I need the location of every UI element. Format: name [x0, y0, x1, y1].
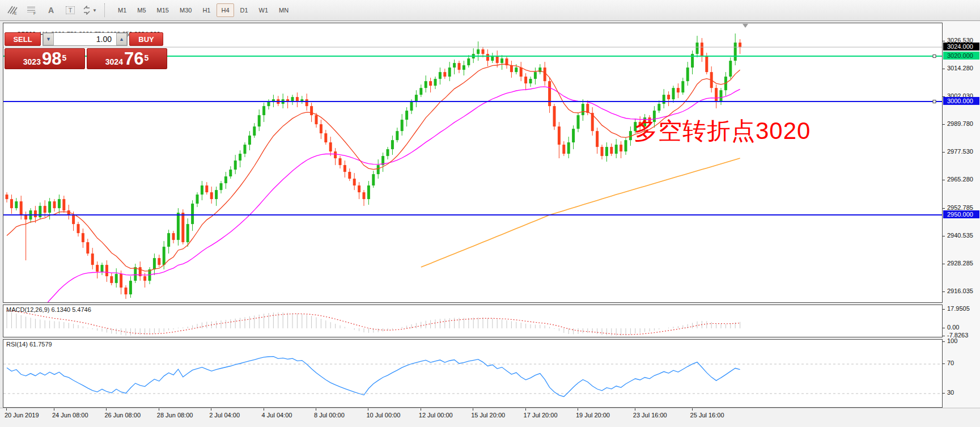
- svg-text:F: F: [33, 11, 36, 15]
- time-axis-label: 25 Jul 16:00: [690, 412, 724, 418]
- arrows-style-icon[interactable]: ▼: [80, 2, 99, 18]
- time-axis-label: 24 Jun 08:00: [52, 412, 88, 418]
- macd-axis-label: 0.00: [947, 324, 959, 331]
- price-badge: 3024.000: [943, 43, 979, 50]
- text-box-icon[interactable]: T: [61, 2, 79, 18]
- timeframe-button-d1[interactable]: D1: [236, 3, 253, 17]
- axis-tick: [525, 408, 526, 411]
- axis-tick: [54, 408, 54, 411]
- axis-tick: [943, 236, 945, 236]
- axis-tick: [943, 124, 945, 125]
- axis-tick: [6, 408, 7, 411]
- price-axis-label: 2928.285: [947, 260, 973, 267]
- rsi-axis-label: 100: [947, 337, 957, 344]
- axis-tick: [943, 363, 945, 364]
- buy-button[interactable]: BUY: [129, 32, 163, 46]
- timeframe-button-h4[interactable]: H4: [217, 3, 234, 17]
- volume-input[interactable]: [54, 33, 116, 45]
- axis-tick: [943, 152, 945, 153]
- price-axis-label: 2965.280: [947, 176, 973, 183]
- rsi-canvas[interactable]: [3, 340, 942, 407]
- price-axis-label: 2989.780: [947, 120, 973, 127]
- price-axis-label: 2977.530: [947, 148, 973, 155]
- bid-big-figure: 3023: [23, 56, 41, 67]
- time-axis-label: 23 Jul 16:00: [633, 412, 667, 418]
- svg-text:E: E: [14, 11, 17, 15]
- bid-quote-box[interactable]: 3023985: [5, 48, 85, 69]
- rsi-indicator-pane[interactable]: RSI(14) 61.7579: [3, 339, 943, 408]
- macd-canvas[interactable]: [3, 305, 942, 337]
- boxed-t-icon: T: [66, 6, 75, 14]
- axis-tick: [635, 408, 635, 411]
- text-label-icon[interactable]: A: [42, 2, 60, 18]
- timeframe-button-m30[interactable]: M30: [175, 3, 196, 17]
- ask-big-figure: 3024: [105, 56, 123, 67]
- macd-axis-label: 17.9505: [947, 305, 970, 312]
- axis-tick: [943, 208, 945, 209]
- axis-tick: [368, 408, 368, 411]
- toolbar: E F A T ▼ M1M5M15M30H1H4D1W1MN: [0, 0, 980, 21]
- axis-tick: [943, 328, 945, 328]
- axis-tick: [943, 180, 945, 180]
- rsi-label: RSI(14) 61.7579: [6, 341, 52, 348]
- volume-stepper: ▼ ▲: [43, 32, 128, 46]
- timeframe-button-w1[interactable]: W1: [254, 3, 273, 17]
- grid-icon[interactable]: F: [23, 2, 41, 18]
- axis-tick: [692, 408, 693, 411]
- axis-tick: [943, 291, 945, 292]
- macd-label: MACD(12,26,9) 6.1340 5.4746: [6, 306, 91, 313]
- price-badge: 3020.000: [943, 52, 979, 60]
- axis-tick: [578, 408, 578, 411]
- bid-pips: 98: [42, 50, 61, 67]
- axis-tick: [159, 408, 159, 411]
- price-axis-label: 3014.280: [947, 65, 973, 71]
- hatch-icon: E: [7, 5, 18, 15]
- chart-text-annotation[interactable]: 多空转折点3020: [634, 115, 811, 147]
- timeframe-button-m5[interactable]: M5: [133, 3, 150, 17]
- timeframe-button-mn[interactable]: MN: [274, 3, 293, 17]
- rsi-axis-label: 70: [947, 360, 954, 366]
- time-axis-label: 2 Jul 04:00: [209, 412, 240, 418]
- axis-tick: [473, 408, 473, 411]
- sell-button[interactable]: SELL: [5, 32, 41, 46]
- arrows-icon: [82, 6, 91, 15]
- axis-tick: [211, 408, 211, 411]
- price-axis[interactable]: 3026.5303014.2803002.0302989.7802977.530…: [943, 21, 980, 408]
- time-axis-label: 15 Jul 20:00: [471, 412, 505, 418]
- axis-tick: [943, 309, 945, 310]
- chevron-down-icon: ▼: [92, 8, 97, 13]
- axis-tick: [943, 41, 945, 41]
- rsi-axis-label: 30: [947, 389, 954, 396]
- time-axis-label: 28 Jun 08:00: [157, 412, 193, 418]
- dots-grid-icon: F: [26, 5, 37, 15]
- axis-tick: [421, 408, 421, 411]
- timeframe-buttons: M1M5M15M30H1H4D1W1MN: [113, 3, 295, 17]
- axis-tick: [943, 264, 945, 264]
- price-axis-label: 2916.035: [947, 288, 973, 294]
- volume-increase-button[interactable]: ▲: [116, 33, 127, 45]
- time-axis-label: 20 Jun 2019: [5, 412, 39, 418]
- chart-objects-icon[interactable]: E: [3, 2, 22, 18]
- axis-tick: [316, 408, 316, 411]
- ask-pipette: 5: [144, 48, 149, 67]
- time-axis[interactable]: 20 Jun 201924 Jun 08:0026 Jun 08:0028 Ju…: [0, 408, 980, 427]
- bid-pipette: 5: [62, 48, 66, 67]
- timeframe-button-h1[interactable]: H1: [198, 3, 215, 17]
- axis-tick: [106, 408, 107, 411]
- axis-tick: [264, 408, 264, 411]
- time-axis-label: 19 Jul 20:00: [576, 412, 610, 418]
- time-axis-label: 10 Jul 00:00: [366, 412, 400, 418]
- time-axis-label: 17 Jul 20:00: [524, 412, 558, 418]
- axis-tick: [943, 336, 945, 336]
- timeframe-button-m1[interactable]: M1: [113, 3, 131, 17]
- axis-tick: [943, 69, 945, 69]
- chart-shift-marker[interactable]: [743, 24, 748, 28]
- ask-quote-box[interactable]: 3024765: [87, 48, 167, 69]
- volume-decrease-button[interactable]: ▼: [43, 33, 54, 45]
- one-click-trade-panel: SELL ▼ ▲ BUY 3023985 3024765: [5, 32, 169, 69]
- macd-indicator-pane[interactable]: MACD(12,26,9) 6.1340 5.4746: [3, 305, 943, 337]
- toolbar-separator: [104, 3, 110, 17]
- ask-pips: 76: [124, 50, 143, 67]
- axis-tick: [943, 341, 945, 342]
- timeframe-button-m15[interactable]: M15: [152, 3, 173, 17]
